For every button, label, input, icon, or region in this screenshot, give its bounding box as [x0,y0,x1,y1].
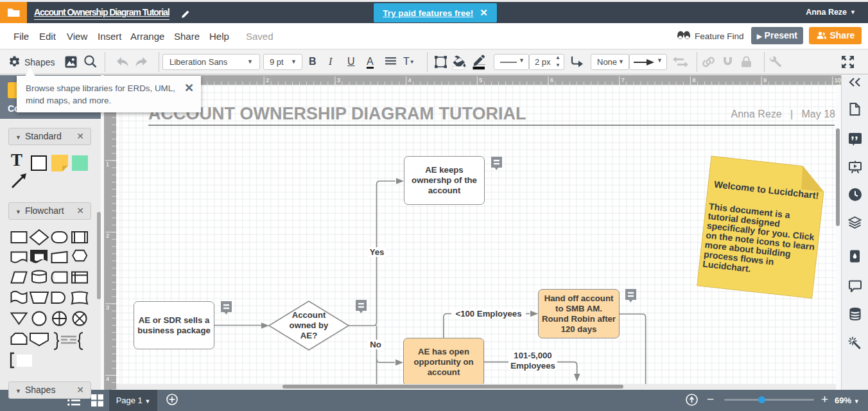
svg-text:4: 4 [408,77,412,83]
svg-text:2: 2 [266,77,269,83]
svg-text:3: 3 [337,77,340,83]
svg-text:9: 9 [763,77,767,83]
svg-text:1: 1 [106,161,109,168]
svg-text:4: 4 [106,376,109,382]
svg-text:7: 7 [621,77,625,83]
svg-text:10: 10 [835,77,841,83]
svg-text:6: 6 [550,77,553,83]
svg-text:5: 5 [479,77,482,83]
svg-text:8: 8 [692,77,695,83]
svg-text:3: 3 [106,304,109,311]
svg-text:2: 2 [106,232,109,239]
